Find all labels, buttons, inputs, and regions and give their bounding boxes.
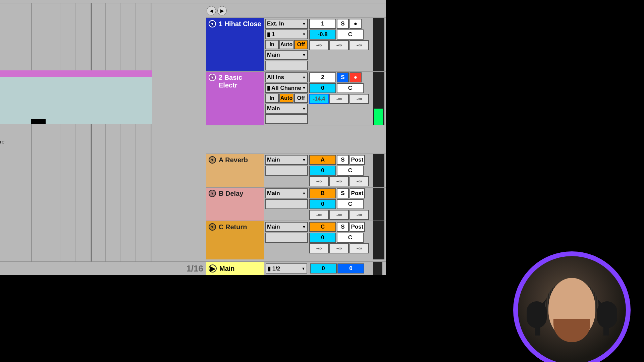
clip-header[interactable]: [0, 70, 152, 77]
midi-note[interactable]: [31, 119, 46, 124]
input-type-dropdown[interactable]: Ext. In: [265, 19, 308, 29]
input-channel-dropdown[interactable]: ▮ 1: [265, 29, 308, 40]
fold-button[interactable]: ▼: [209, 74, 216, 81]
track-header[interactable]: ▼ 2 Basic Electr: [206, 72, 264, 125]
solo-button[interactable]: S: [337, 222, 349, 232]
post-button[interactable]: Post: [350, 188, 365, 198]
send-a[interactable]: -∞: [309, 176, 329, 186]
send-a[interactable]: -∞: [309, 210, 329, 220]
fold-button[interactable]: ▼: [209, 190, 216, 197]
volume-field[interactable]: 0: [309, 233, 336, 243]
solo-button[interactable]: S: [337, 72, 349, 82]
output-channel-dropdown[interactable]: [265, 61, 308, 71]
return-letter[interactable]: A: [309, 155, 336, 165]
solo-button[interactable]: S: [337, 19, 349, 29]
track-number[interactable]: 2: [309, 72, 336, 82]
send-b[interactable]: -∞: [329, 176, 349, 186]
fold-button[interactable]: ▼: [209, 223, 216, 231]
output-dropdown[interactable]: Main: [265, 104, 308, 114]
input-channel-dropdown[interactable]: ▮ All Channe: [265, 83, 308, 93]
send-a[interactable]: -14.4: [309, 94, 329, 104]
track-header[interactable]: ▼ C Return: [206, 221, 264, 259]
post-button[interactable]: Post: [350, 222, 365, 232]
track-header[interactable]: ▼ 1 Hihat Close: [206, 18, 264, 71]
send-c[interactable]: -∞: [350, 176, 369, 186]
clip-body[interactable]: [0, 77, 152, 124]
bar-line: [152, 3, 152, 275]
record-arm-button[interactable]: ●: [350, 19, 362, 29]
timeline-ruler[interactable]: [0, 0, 386, 3]
track-number[interactable]: 1: [309, 19, 336, 29]
return-track-row: ▼ A Reverb Main A S Post 0 C -∞: [206, 154, 386, 187]
track-header[interactable]: ▼ B Delay: [206, 188, 264, 221]
send-a[interactable]: -∞: [309, 40, 329, 50]
master-header[interactable]: ▶ Main: [206, 262, 264, 275]
master-io: ▮ 1/2: [264, 262, 309, 275]
send-c[interactable]: -∞: [350, 94, 369, 104]
post-button[interactable]: Post: [350, 155, 365, 165]
send-a[interactable]: -∞: [309, 243, 329, 253]
send-b[interactable]: -∞: [329, 40, 349, 50]
return-letter[interactable]: B: [309, 188, 336, 198]
cue-volume[interactable]: 0: [337, 263, 364, 274]
master-output-dropdown[interactable]: ▮ 1/2: [266, 263, 307, 274]
fold-button[interactable]: ▼: [209, 156, 216, 164]
io-section: Main: [264, 188, 309, 221]
level-meter: [373, 154, 384, 187]
send-c[interactable]: -∞: [350, 210, 369, 220]
midi-clip[interactable]: [0, 70, 152, 124]
return-letter[interactable]: C: [309, 222, 336, 232]
output-channel-dropdown[interactable]: [265, 166, 308, 176]
master-mixer: 0 0: [309, 262, 373, 275]
output-channel-dropdown[interactable]: [265, 114, 308, 124]
output-dropdown[interactable]: Main: [265, 155, 308, 165]
next-button[interactable]: ▶: [217, 6, 227, 15]
io-section: Main: [264, 221, 309, 259]
fold-button[interactable]: ▼: [209, 20, 216, 27]
monitor-in-button[interactable]: In: [265, 94, 279, 103]
monitor-auto-button[interactable]: Auto: [279, 40, 293, 49]
monitor-off-button[interactable]: Off: [294, 94, 308, 103]
input-type-dropdown[interactable]: All Ins: [265, 72, 308, 82]
solo-button[interactable]: S: [337, 155, 349, 165]
pan-field[interactable]: C: [337, 233, 364, 243]
record-arm-button[interactable]: ●: [350, 72, 362, 82]
monitor-auto-button[interactable]: Auto: [279, 94, 293, 103]
master-name: Main: [219, 265, 235, 273]
volume-field[interactable]: 0: [309, 166, 336, 176]
monitor-in-button[interactable]: In: [265, 40, 279, 49]
send-c[interactable]: -∞: [350, 40, 369, 50]
track-row: ▼ 2 Basic Electr All Ins ▮ All Channe In…: [206, 71, 386, 125]
send-b[interactable]: -∞: [329, 243, 349, 253]
output-channel-dropdown[interactable]: [265, 233, 308, 243]
track-header[interactable]: ▼ A Reverb: [206, 154, 264, 187]
io-section: All Ins ▮ All Channe In Auto Off Main: [264, 72, 309, 125]
prev-button[interactable]: ◀: [207, 6, 216, 15]
pan-field[interactable]: C: [337, 83, 364, 93]
track-row: ▼ 1 Hihat Close Ext. In ▮ 1 In Auto Off …: [206, 17, 386, 71]
pan-field[interactable]: C: [337, 199, 364, 209]
bar-line: [31, 3, 32, 275]
send-c[interactable]: -∞: [350, 243, 369, 253]
empty-area[interactable]: [206, 125, 386, 154]
master-volume[interactable]: 0: [310, 263, 337, 274]
monitor-off-button[interactable]: Off: [294, 40, 308, 49]
arrangement-view[interactable]: re: [0, 3, 206, 275]
monitor-buttons: In Auto Off: [265, 40, 308, 49]
level-meter: [373, 188, 384, 221]
output-dropdown[interactable]: Main: [265, 188, 308, 198]
pan-field[interactable]: C: [337, 29, 364, 40]
track-name: C Return: [219, 223, 247, 231]
send-b[interactable]: -∞: [329, 94, 349, 104]
volume-field[interactable]: 0: [309, 199, 336, 209]
pan-field[interactable]: C: [337, 166, 364, 176]
output-dropdown[interactable]: Main: [265, 222, 308, 232]
play-icon[interactable]: ▶: [209, 264, 217, 273]
solo-button[interactable]: S: [337, 188, 349, 198]
send-b[interactable]: -∞: [329, 210, 349, 220]
output-dropdown[interactable]: Main: [265, 50, 308, 60]
monitor-buttons: In Auto Off: [265, 94, 308, 103]
volume-field[interactable]: 0: [309, 83, 336, 93]
volume-field[interactable]: -0.8: [309, 29, 336, 40]
output-channel-dropdown[interactable]: [265, 199, 308, 209]
